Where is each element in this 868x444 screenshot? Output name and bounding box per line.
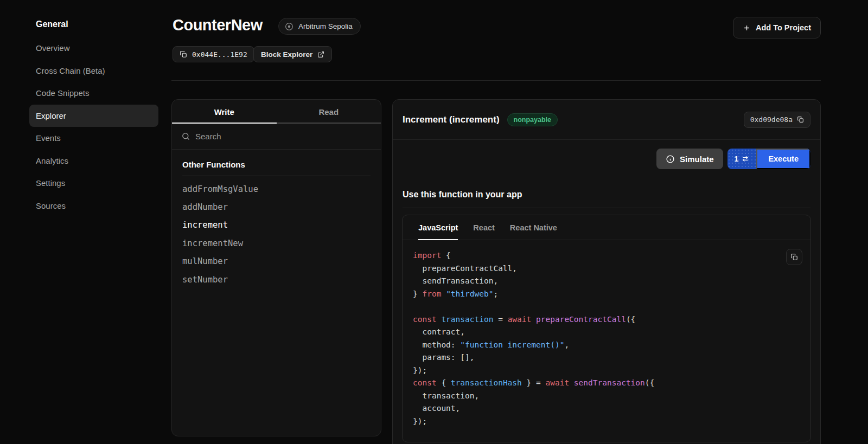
function-item-setnumber[interactable]: setNumber (172, 271, 381, 288)
tab-inactive-underline (277, 123, 381, 124)
simulate-button[interactable]: Simulate (656, 149, 723, 169)
block-explorer-button[interactable]: Block Explorer (253, 46, 332, 62)
sidebar-heading: General (36, 20, 163, 29)
code-line (413, 300, 782, 313)
functions-section-title: Other Functions (182, 160, 371, 176)
block-explorer-label: Block Explorer (261, 50, 312, 59)
function-selector-label: 0xd09de08a (750, 115, 793, 124)
code-line: method: "function increment()", (413, 339, 782, 352)
function-item-increment[interactable]: increment (172, 216, 381, 234)
code-line: const transaction = await prepareContrac… (413, 313, 782, 326)
sidebar-item-sources[interactable]: Sources (29, 195, 158, 217)
header-divider (171, 80, 821, 81)
copy-icon (790, 253, 798, 261)
sidebar-item-analytics[interactable]: Analytics (29, 150, 158, 172)
tab-read[interactable]: Read (277, 100, 381, 124)
functions-list: addFromMsgValueaddNumberincrementincreme… (172, 176, 381, 288)
code-tab-react-native[interactable]: React Native (510, 215, 557, 240)
simulate-label: Simulate (680, 155, 714, 164)
plus-icon (743, 24, 751, 32)
code-line: contract, (413, 326, 782, 339)
code-line: }); (413, 364, 782, 377)
transaction-count: 1 (735, 155, 739, 163)
sidebar-nav-list: OverviewCross Chain (Beta)Code SnippetsE… (0, 37, 163, 217)
code-line: transaction, (413, 390, 782, 403)
function-title: Increment (increment) (403, 114, 500, 125)
sidebar: General OverviewCross Chain (Beta)Code S… (0, 0, 163, 217)
page-title: CounterNew (173, 16, 263, 34)
scan-circle-icon (284, 22, 294, 31)
code-line: params: [], (413, 351, 782, 364)
info-icon (666, 155, 675, 164)
contract-address-label: 0x044E...1E92 (192, 50, 247, 59)
code-line: import { (413, 249, 782, 262)
usage-heading: Use this function in your app (403, 190, 810, 200)
sidebar-item-settings[interactable]: Settings (29, 172, 158, 195)
function-item-addfrommsgvalue[interactable]: addFromMsgValue (172, 180, 381, 198)
network-badge-label: Arbitrum Sepolia (298, 22, 353, 30)
function-detail-panel: Increment (increment) nonpayable 0xd09de… (392, 99, 821, 444)
sidebar-item-code-snippets[interactable]: Code Snippets (29, 82, 158, 105)
add-to-project-label: Add To Project (756, 23, 811, 32)
function-item-mulnumber[interactable]: mulNumber (172, 253, 381, 271)
functions-search-row (172, 124, 381, 150)
sidebar-item-overview[interactable]: Overview (29, 37, 158, 60)
network-badge: Arbitrum Sepolia (278, 18, 361, 35)
search-input[interactable] (195, 132, 358, 141)
code-line: sendTransaction, (413, 275, 782, 288)
code-line: }); (413, 415, 782, 428)
copy-icon (180, 50, 187, 58)
execute-button[interactable]: Execute (756, 149, 810, 169)
functions-tabbar: Write Read (172, 100, 381, 124)
function-detail-header: Increment (increment) nonpayable 0xd09de… (393, 100, 820, 140)
tab-active-underline (172, 123, 277, 124)
code-language-tabs: JavaScriptReactReact Native (403, 215, 810, 240)
code-line: prepareContractCall, (413, 262, 782, 275)
code-tab-javascript[interactable]: JavaScript (418, 215, 458, 240)
transaction-count-button[interactable]: 1 (727, 149, 757, 169)
sidebar-item-explorer[interactable]: Explorer (29, 105, 158, 127)
add-to-project-button[interactable]: Add To Project (733, 17, 821, 38)
copy-code-button[interactable] (786, 249, 802, 265)
sidebar-item-cross-chain-beta[interactable]: Cross Chain (Beta) (29, 60, 158, 82)
function-item-incrementnew[interactable]: incrementNew (172, 234, 381, 252)
external-link-icon (317, 51, 324, 58)
code-body: import { prepareContractCall, sendTransa… (403, 240, 810, 437)
mutability-badge: nonpayable (507, 113, 558, 126)
swap-arrows-icon (742, 155, 749, 163)
code-lines: import { prepareContractCall, sendTransa… (413, 249, 782, 428)
actions-row: Simulate 1 Execute (403, 149, 810, 169)
sidebar-item-events[interactable]: Events (29, 127, 158, 150)
copy-icon (797, 116, 804, 123)
function-selector-button[interactable]: 0xd09de08a (744, 112, 810, 128)
search-icon (181, 132, 190, 141)
code-tab-react[interactable]: React (473, 215, 495, 240)
execute-split-button: 1 Execute (727, 149, 810, 169)
code-line: const { transactionHash } = await sendTr… (413, 377, 782, 390)
tab-write[interactable]: Write (172, 100, 277, 124)
functions-panel: Write Read Other Functions addFromMsgVal… (171, 99, 381, 436)
function-item-addnumber[interactable]: addNumber (172, 198, 381, 216)
code-snippet-card: JavaScriptReactReact Native import { pre… (402, 215, 811, 442)
code-line: } from "thirdweb"; (413, 288, 782, 301)
usage-divider (403, 208, 810, 208)
code-line: account, (413, 402, 782, 415)
contract-address-button[interactable]: 0x044E...1E92 (173, 46, 254, 62)
